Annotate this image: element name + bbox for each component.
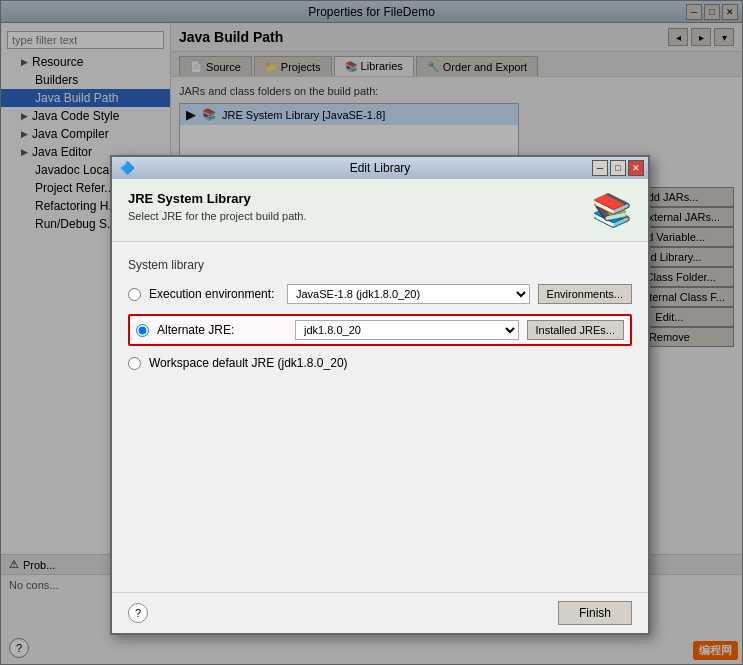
dialog-close-button[interactable]: ✕ <box>628 160 644 176</box>
execution-env-row: Execution environment: JavaSE-1.8 (jdk1.… <box>128 284 632 304</box>
dialog-header-description: Select JRE for the project build path. <box>128 210 307 222</box>
dialog-title-icon: 🔷 <box>120 161 135 175</box>
dialog-help-button[interactable]: ? <box>128 603 148 623</box>
dialog-header: JRE System Library Select JRE for the pr… <box>112 179 648 242</box>
finish-button[interactable]: Finish <box>558 601 632 625</box>
dialog-header-icon: 📚 <box>592 191 632 229</box>
workspace-default-radio[interactable] <box>128 357 141 370</box>
execution-env-select[interactable]: JavaSE-1.8 (jdk1.8.0_20) <box>287 284 530 304</box>
alternate-jre-radio[interactable] <box>136 324 149 337</box>
dialog-minimize-button[interactable]: ─ <box>592 160 608 176</box>
system-library-label: System library <box>128 258 632 272</box>
dialog-footer: ? Finish <box>112 592 648 633</box>
dialog-body: System library Execution environment: Ja… <box>112 242 648 386</box>
workspace-default-row: Workspace default JRE (jdk1.8.0_20) <box>128 356 632 370</box>
alternate-jre-label: Alternate JRE: <box>157 323 287 337</box>
alternate-jre-select[interactable]: jdk1.8.0_20 <box>295 320 519 340</box>
dialog-title-text: Edit Library <box>350 161 411 175</box>
dialog-header-title: JRE System Library <box>128 191 307 206</box>
execution-env-radio[interactable] <box>128 288 141 301</box>
execution-env-label: Execution environment: <box>149 287 279 301</box>
edit-library-dialog: 🔷 Edit Library ─ □ ✕ JRE System Library … <box>110 155 650 635</box>
workspace-default-label: Workspace default JRE (jdk1.8.0_20) <box>149 356 348 370</box>
environments-button[interactable]: Environments... <box>538 284 632 304</box>
dialog-title-bar: 🔷 Edit Library ─ □ ✕ <box>112 157 648 179</box>
installed-jres-button[interactable]: Installed JREs... <box>527 320 624 340</box>
alternate-jre-row: Alternate JRE: jdk1.8.0_20 Installed JRE… <box>128 314 632 346</box>
dialog-header-text: JRE System Library Select JRE for the pr… <box>128 191 307 222</box>
dialog-maximize-button[interactable]: □ <box>610 160 626 176</box>
